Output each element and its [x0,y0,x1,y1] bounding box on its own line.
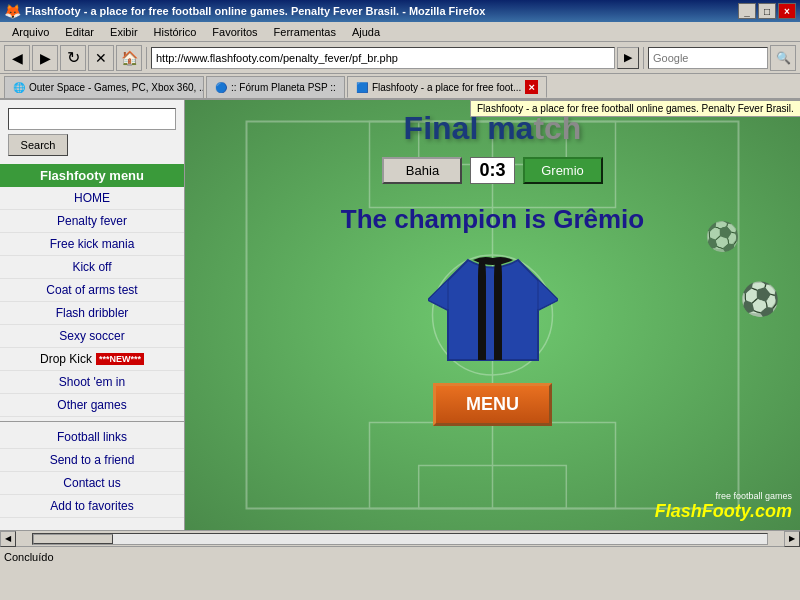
logo-top-text: free football games [655,491,792,501]
address-bar: ▶ [151,47,639,69]
close-button[interactable]: × [778,3,796,19]
tab-icon: 🔵 [215,82,227,93]
sidebar-search-button[interactable]: Search [8,134,68,156]
tab-flashfooty[interactable]: 🟦 Flashfooty - a place for free foot... … [347,76,547,98]
scroll-left-button[interactable]: ◀ [0,531,16,547]
status-bar: Concluído [0,546,800,566]
tab-forum-psp[interactable]: 🔵 :: Fórum Planeta PSP :: [206,76,345,98]
forward-button[interactable]: ▶ [32,45,58,71]
maximize-button[interactable]: □ [758,3,776,19]
minimize-button[interactable]: _ [738,3,756,19]
score-bar: Bahia 0:3 Gremio [382,157,602,184]
score-display: 0:3 [470,157,514,184]
home-button[interactable]: 🏠 [116,45,142,71]
menu-arquivo[interactable]: Arquivo [4,24,57,40]
sidebar-item-flash-dribbler[interactable]: Flash dribbler [0,302,184,325]
jersey-container [428,250,558,370]
stop-button[interactable]: ✕ [88,45,114,71]
go-button[interactable]: ▶ [617,47,639,69]
tab-label: Flashfooty - a place for free foot... [372,82,522,93]
sidebar-item-home[interactable]: HOME [0,187,184,210]
tab-tooltip: Flashfooty - a place for free football o… [470,100,800,117]
tab-outer-space[interactable]: 🌐 Outer Space - Games, PC, Xbox 360, ... [4,76,204,98]
window-title: Flashfooty - a place for free football o… [25,5,738,17]
champion-text: The champion is Grêmio [341,204,644,235]
menu-editar[interactable]: Editar [57,24,102,40]
sidebar-item-other-games[interactable]: Other games [0,394,184,417]
sidebar-divider [0,421,184,422]
back-button[interactable]: ◀ [4,45,30,71]
menu-historico[interactable]: Histórico [146,24,205,40]
reload-button[interactable]: ↻ [60,45,86,71]
menu-exibir[interactable]: Exibir [102,24,146,40]
tab-icon: 🌐 [13,82,25,93]
new-badge: ***NEW*** [96,353,144,365]
menu-ferramentas[interactable]: Ferramentas [266,24,344,40]
menu-bar: Arquivo Editar Exibir Histórico Favorito… [0,22,800,42]
sidebar: Search Flashfooty menu HOME Penalty feve… [0,100,185,530]
sidebar-football-links[interactable]: Football links [0,426,184,449]
sidebar-item-drop-kick[interactable]: Drop Kick ***NEW*** [0,348,184,371]
drop-kick-label: Drop Kick [40,352,92,366]
sidebar-item-shoot-em-in[interactable]: Shoot 'em in [0,371,184,394]
tab-icon: 🟦 [356,82,368,93]
title-bar: 🦊 Flashfooty - a place for free football… [0,0,800,22]
google-search-input[interactable] [648,47,768,69]
flashfooty-logo: free football games FlashFooty.com [655,491,792,522]
address-input[interactable] [151,47,615,69]
scroll-track [32,533,768,545]
status-text: Concluído [4,551,54,563]
tab-close-button[interactable]: × [525,80,537,94]
sidebar-item-coat-of-arms[interactable]: Coat of arms test [0,279,184,302]
game-content: Final match Bahia 0:3 Gremio The champio… [185,100,800,426]
logo-main-text: FlashFooty.com [655,501,792,522]
tab-label: Outer Space - Games, PC, Xbox 360, ... [29,82,204,93]
toolbar-separator [146,47,147,69]
sidebar-send-friend[interactable]: Send to a friend [0,449,184,472]
scrollbar-bottom: ◀ ▶ [0,530,800,546]
google-search-button[interactable]: 🔍 [770,45,796,71]
menu-favoritos[interactable]: Favoritos [204,24,265,40]
search-bar: 🔍 [648,45,796,71]
team1-button[interactable]: Bahia [382,157,462,184]
tab-label: :: Fórum Planeta PSP :: [231,82,336,93]
sidebar-contact[interactable]: Contact us [0,472,184,495]
sidebar-item-sexy-soccer[interactable]: Sexy soccer [0,325,184,348]
scroll-right-button[interactable]: ▶ [784,531,800,547]
tabs-bar: 🌐 Outer Space - Games, PC, Xbox 360, ...… [0,74,800,100]
game-area: Final match Bahia 0:3 Gremio The champio… [185,100,800,530]
scroll-thumb[interactable] [33,534,113,544]
sidebar-item-kick-off[interactable]: Kick off [0,256,184,279]
sidebar-item-penalty-fever[interactable]: Penalty fever [0,210,184,233]
main-area: Search Flashfooty menu HOME Penalty feve… [0,100,800,530]
team2-button[interactable]: Gremio [523,157,603,184]
sidebar-item-free-kick[interactable]: Free kick mania [0,233,184,256]
toolbar-separator2 [643,47,644,69]
menu-ajuda[interactable]: Ajuda [344,24,388,40]
sidebar-menu-title: Flashfooty menu [0,164,184,187]
jersey-svg [428,250,558,370]
toolbar: ◀ ▶ ↻ ✕ 🏠 ▶ 🔍 [0,42,800,74]
sidebar-search-area: Search [0,100,184,164]
sidebar-add-favorites[interactable]: Add to favorites [0,495,184,518]
sidebar-search-input[interactable] [8,108,176,130]
menu-button[interactable]: MENU [433,383,552,426]
